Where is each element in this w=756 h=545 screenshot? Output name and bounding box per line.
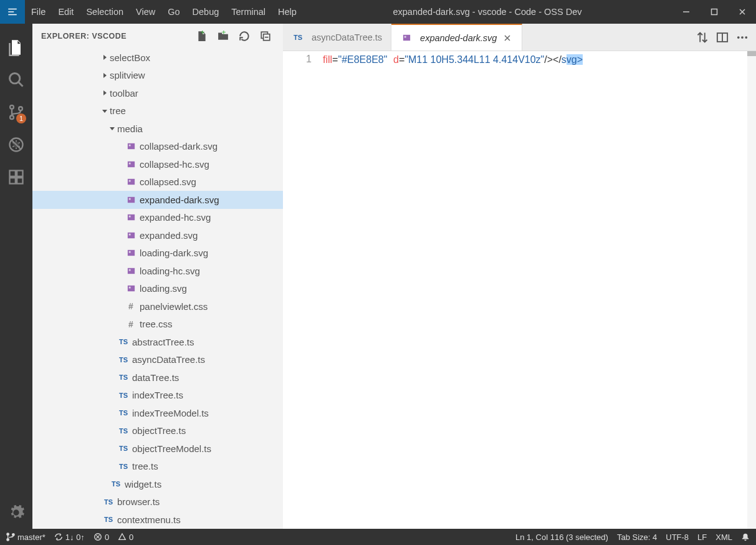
chevron-down-icon[interactable] — [100, 106, 110, 116]
tree-folder[interactable]: media — [32, 120, 283, 138]
tree-file[interactable]: loading-hc.svg — [32, 262, 283, 280]
tree-file[interactable]: TSobjectTreeModel.ts — [32, 440, 283, 458]
menu-go[interactable]: Go — [161, 0, 186, 24]
tree-item-label: indexTree.ts — [132, 390, 183, 400]
maximize-button[interactable] — [700, 0, 728, 24]
chevron-right-icon[interactable] — [100, 70, 110, 80]
tree-item-label: collapsed.svg — [140, 176, 196, 187]
chevron-right-icon[interactable] — [100, 88, 110, 98]
refresh-icon[interactable] — [236, 27, 253, 45]
bell-icon[interactable] — [741, 533, 750, 541]
tree-file[interactable]: #tree.css — [32, 316, 283, 334]
editor-tab[interactable]: expanded-dark.svg — [391, 24, 522, 51]
tree-folder[interactable]: selectBox — [32, 49, 283, 67]
tree-folder[interactable]: toolbar — [32, 84, 283, 102]
tree-item-label: indexTreeModel.ts — [132, 408, 209, 418]
menu-debug[interactable]: Debug — [186, 0, 226, 24]
cursor-position[interactable]: Ln 1, Col 116 (3 selected) — [515, 533, 608, 542]
errors-status[interactable]: 0 — [93, 533, 109, 542]
menu-file[interactable]: File — [25, 0, 52, 24]
close-button[interactable] — [728, 0, 756, 24]
tree-file[interactable]: expanded-hc.svg — [32, 209, 283, 227]
tree-file[interactable]: TStree.ts — [32, 458, 283, 476]
editor-body[interactable]: 1 fill="#E8E8E8" d="M11 10H5.344L11 4.41… — [283, 51, 756, 529]
menu-selection[interactable]: Selection — [80, 0, 130, 24]
tree-file[interactable]: TSabstractTree.ts — [32, 333, 283, 351]
tree-file[interactable]: expanded-dark.svg — [32, 191, 283, 209]
minimap[interactable] — [739, 51, 747, 529]
tree-item-label: loading-dark.svg — [140, 248, 208, 258]
tree-file[interactable]: TSobjectTree.ts — [32, 422, 283, 440]
tree-file[interactable]: TSbrowser.ts — [32, 493, 283, 511]
code-content[interactable]: fill="#E8E8E8" d="M11 10H5.344L11 4.414V… — [323, 51, 739, 529]
svg-rect-0 — [711, 9, 717, 15]
git-sync-status[interactable]: 1↓ 0↑ — [54, 533, 85, 542]
chevron-down-icon[interactable] — [107, 123, 117, 133]
svg-rect-14 — [128, 145, 130, 147]
eol-status[interactable]: LF — [697, 533, 707, 542]
files-icon[interactable] — [0, 31, 32, 64]
close-icon[interactable] — [502, 32, 513, 44]
minimize-button[interactable] — [672, 0, 700, 24]
new-file-icon[interactable] — [193, 27, 211, 45]
window-title: expanded-dark.svg - vscode - Code - OSS … — [303, 7, 672, 17]
tabs-bar: TSasyncDataTree.tsexpanded-dark.svg — [283, 24, 756, 51]
git-branch-status[interactable]: master* — [6, 533, 45, 542]
tree-file[interactable]: TScontextmenu.ts — [32, 511, 283, 529]
menu-help[interactable]: Help — [272, 0, 303, 24]
code-selection: vg — [567, 54, 577, 65]
tree-file[interactable]: TSindexTree.ts — [32, 387, 283, 405]
tree-folder[interactable]: splitview — [32, 67, 283, 85]
tree-file[interactable]: collapsed-hc.svg — [32, 155, 283, 173]
tree-file[interactable]: loading.svg — [32, 280, 283, 298]
svg-rect-22 — [128, 216, 130, 218]
menu-edit[interactable]: Edit — [52, 0, 80, 24]
tree-folder[interactable]: tree — [32, 102, 283, 120]
search-icon[interactable] — [0, 64, 32, 96]
warnings-status[interactable]: 0 — [118, 533, 133, 542]
compare-icon[interactable] — [696, 31, 709, 44]
indentation-status[interactable]: Tab Size: 4 — [617, 533, 657, 542]
svg-file-icon — [125, 177, 137, 186]
tree-file[interactable]: TSwidget.ts — [32, 475, 283, 493]
menu-view[interactable]: View — [130, 0, 161, 24]
editor-tab[interactable]: TSasyncDataTree.ts — [283, 24, 391, 51]
tree-file[interactable]: loading-dark.svg — [32, 244, 283, 263]
encoding-status[interactable]: UTF-8 — [666, 533, 689, 542]
tree-file[interactable]: collapsed.svg — [32, 173, 283, 191]
svg-point-35 — [741, 36, 744, 39]
ts-file-icon: TS — [117, 338, 130, 345]
tree-file[interactable]: TSindexTreeModel.ts — [32, 404, 283, 422]
collapse-all-icon[interactable] — [257, 27, 274, 45]
more-icon[interactable] — [736, 31, 749, 44]
tree-item-label: expanded-hc.svg — [140, 212, 211, 223]
chevron-right-icon[interactable] — [100, 52, 110, 62]
svg-rect-18 — [128, 180, 130, 182]
explorer-header: EXPLORER: VSCODE — [32, 24, 283, 49]
language-status[interactable]: XML — [715, 533, 732, 542]
tree-item-label: selectBox — [110, 52, 150, 63]
bug-icon[interactable] — [0, 128, 32, 161]
new-folder-icon[interactable] — [214, 27, 232, 45]
activity-bar: 1 — [0, 24, 32, 529]
tree-file[interactable]: TSasyncDataTree.ts — [32, 351, 283, 369]
line-gutter: 1 — [283, 51, 323, 529]
tree-file[interactable]: expanded.svg — [32, 226, 283, 244]
menu-terminal[interactable]: Terminal — [225, 0, 272, 24]
extensions-icon[interactable] — [0, 161, 32, 193]
tree-file[interactable]: collapsed-dark.svg — [32, 138, 283, 156]
tree-item-label: asyncDataTree.ts — [132, 354, 205, 365]
svg-point-3 — [10, 115, 14, 119]
tree-file[interactable]: TSdataTree.ts — [32, 369, 283, 387]
tree-item-label: tree.ts — [132, 461, 158, 471]
code-token: fill — [323, 54, 332, 65]
tree-file[interactable]: #panelviewlet.css — [32, 297, 283, 316]
ts-file-icon: TS — [102, 516, 115, 523]
tree-item-label: abstractTree.ts — [132, 337, 194, 347]
overview-ruler[interactable] — [747, 51, 756, 529]
split-icon[interactable] — [716, 31, 729, 44]
branch-icon[interactable]: 1 — [0, 96, 32, 128]
svg-file-icon — [125, 284, 137, 293]
gear-icon[interactable] — [0, 496, 32, 529]
status-bar: master* 1↓ 0↑ 0 0 Ln 1, Col 116 (3 selec… — [0, 529, 756, 545]
